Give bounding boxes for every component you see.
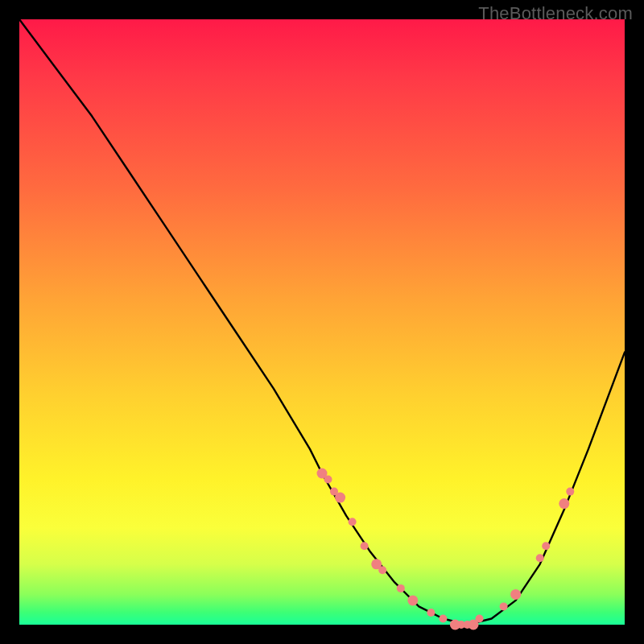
curve-marker — [439, 615, 447, 623]
curve-marker — [427, 609, 435, 617]
curve-marker — [510, 589, 521, 600]
curve-marker — [407, 595, 418, 605]
curve-marker — [542, 542, 550, 550]
curve-marker — [536, 554, 544, 562]
curve-markers — [317, 469, 575, 630]
curve-marker — [349, 518, 357, 526]
plot-area — [19, 19, 625, 625]
curve-marker — [559, 498, 569, 509]
curve-marker — [378, 566, 386, 574]
curve-marker — [566, 488, 574, 496]
curve-marker — [335, 493, 345, 503]
curve-marker — [324, 476, 332, 484]
curve-marker — [500, 602, 508, 610]
watermark-text: TheBottleneck.com — [478, 3, 633, 24]
curve-marker — [361, 542, 369, 550]
bottleneck-curve — [19, 19, 625, 625]
curve-marker — [397, 584, 405, 592]
chart-stage: TheBottleneck.com — [0, 0, 644, 644]
curve-marker — [476, 615, 484, 623]
curve-layer — [19, 19, 625, 625]
